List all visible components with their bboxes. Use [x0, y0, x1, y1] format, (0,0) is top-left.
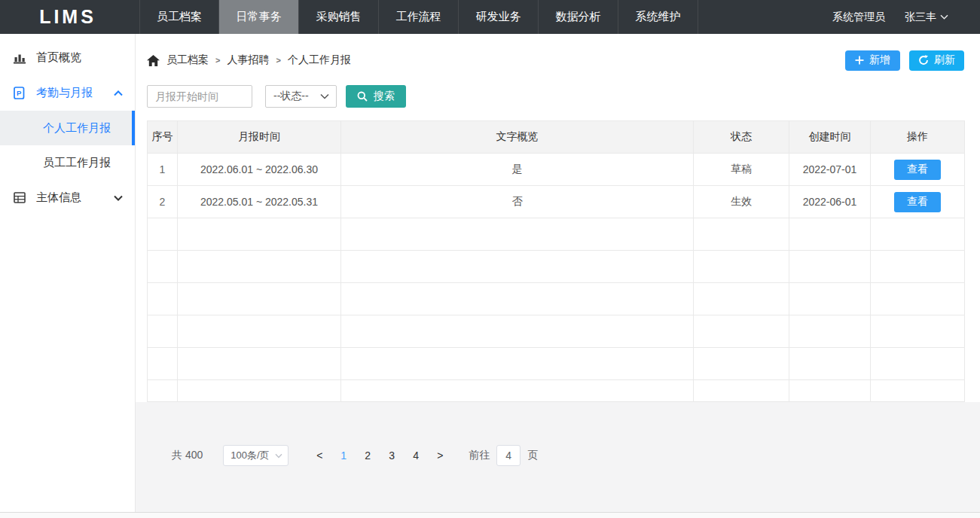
sidebar-item-main-info[interactable]: 主体信息: [0, 180, 135, 215]
table-row-empty: [148, 283, 965, 315]
breadcrumb-row: 员工档案 > 人事招聘 > 个人工作月报 新增 刷新: [147, 49, 964, 72]
sidebar: 首页概览 P 考勤与月报 个人工作月报 员工工作月报: [0, 34, 136, 512]
column-header-actions: 操作: [871, 121, 965, 154]
refresh-button-label: 刷新: [934, 53, 955, 67]
sidebar-item-label: 主体信息: [36, 190, 81, 205]
page-number-3[interactable]: 3: [380, 449, 404, 462]
monthly-report-table: 序号 月报时间 文字概览 状态 创建时间 操作 1 2022.06.01 ~ 2…: [147, 120, 965, 402]
app-window: LIMS 员工档案 日常事务 采购销售 工作流程 研发业务 数据分析 系统维护 …: [0, 0, 980, 518]
table-row-empty: [148, 380, 965, 402]
chevron-down-icon: [114, 195, 123, 201]
refresh-icon: [918, 55, 929, 66]
svg-text:P: P: [17, 89, 22, 97]
cell-status: 草稿: [694, 154, 789, 186]
chevron-down-icon: [320, 93, 329, 99]
nav-item-employee-files[interactable]: 员工档案: [139, 0, 219, 34]
column-header-created: 创建时间: [789, 121, 871, 154]
nav-item-purchase-sales[interactable]: 采购销售: [299, 0, 379, 34]
cell-period: 2022.05.01 ~ 2022.05.31: [178, 186, 341, 218]
table-row-empty: [148, 218, 965, 251]
table-row-empty: [148, 348, 965, 380]
nav-menu: 员工档案 日常事务 采购销售 工作流程 研发业务 数据分析 系统维护: [139, 0, 698, 34]
nav-item-daily-affairs[interactable]: 日常事务: [219, 0, 299, 34]
brand-logo: LIMS: [0, 0, 136, 34]
column-header-status: 状态: [694, 121, 789, 154]
chevron-up-icon: [114, 90, 123, 96]
sidebar-item-employee-monthly-report[interactable]: 员工工作月报: [0, 145, 135, 180]
breadcrumb-item[interactable]: 个人工作月报: [288, 53, 351, 67]
page-size-select[interactable]: 100条/页: [223, 445, 289, 466]
refresh-button[interactable]: 刷新: [909, 50, 964, 71]
goto-page-group: 前往 页: [469, 445, 538, 466]
sidebar-item-attendance-monthly[interactable]: P 考勤与月报: [0, 75, 135, 111]
user-name-label: 张三丰: [905, 11, 936, 24]
page-number-1[interactable]: 1: [331, 449, 356, 462]
cell-status: 生效: [694, 186, 789, 218]
cell-actions: 查看: [871, 154, 965, 186]
user-menu[interactable]: 张三丰: [905, 11, 948, 24]
home-icon: [147, 55, 160, 66]
sidebar-item-label: 首页概览: [36, 50, 81, 65]
status-select[interactable]: --状态--: [265, 85, 337, 108]
bar-chart-icon: [14, 52, 26, 64]
cell-overview: 是: [341, 154, 694, 186]
sidebar-item-label: 考勤与月报: [36, 86, 93, 100]
chevron-down-icon: [940, 14, 948, 20]
toolbar: 新增 刷新: [845, 50, 964, 71]
lower-area: 共 400 100条/页 < 1 2 3 4 > 前往 页: [136, 402, 980, 512]
next-page-button[interactable]: >: [428, 449, 452, 462]
nav-item-data-analysis[interactable]: 数据分析: [539, 0, 618, 34]
cell-seq: 1: [148, 154, 178, 186]
user-role-label: 系统管理员: [832, 11, 885, 24]
sidebar-item-personal-monthly-report[interactable]: 个人工作月报: [0, 111, 135, 145]
column-header-seq: 序号: [148, 121, 178, 154]
nav-item-workflow[interactable]: 工作流程: [379, 0, 459, 34]
breadcrumb-item[interactable]: 人事招聘: [227, 53, 269, 67]
top-nav: LIMS 员工档案 日常事务 采购销售 工作流程 研发业务 数据分析 系统维护 …: [0, 0, 980, 34]
pagination: 共 400 100条/页 < 1 2 3 4 > 前往 页: [172, 445, 980, 466]
column-header-period: 月报时间: [178, 121, 341, 154]
chevron-down-icon: [275, 453, 282, 459]
search-button-label: 搜索: [374, 90, 395, 103]
breadcrumb: 员工档案 > 人事招聘 > 个人工作月报: [147, 53, 351, 67]
cell-seq: 2: [148, 186, 178, 218]
table-header-row: 序号 月报时间 文字概览 状态 创建时间 操作: [148, 121, 965, 154]
sidebar-item-label: 员工工作月报: [43, 156, 111, 170]
content-wrapper: 首页概览 P 考勤与月报 个人工作月报 员工工作月报: [0, 34, 980, 512]
grid-icon: [14, 192, 26, 203]
page-unit-label: 页: [527, 449, 538, 462]
table-row: 1 2022.06.01 ~ 2022.06.30 是 草稿 2022-07-0…: [148, 154, 965, 186]
table-row-empty: [148, 251, 965, 283]
sidebar-item-label: 个人工作月报: [43, 121, 111, 136]
cell-period: 2022.06.01 ~ 2022.06.30: [178, 154, 341, 186]
nav-item-system-maintenance[interactable]: 系统维护: [618, 0, 698, 34]
total-count-label: 共 400: [172, 449, 203, 462]
plus-icon: [855, 56, 864, 65]
add-button-label: 新增: [869, 53, 890, 67]
main-panel: 员工档案 > 人事招聘 > 个人工作月报 新增 刷新: [136, 34, 980, 512]
prev-page-button[interactable]: <: [307, 449, 331, 462]
cell-created: 2022-07-01: [789, 154, 871, 186]
breadcrumb-separator: >: [215, 56, 220, 65]
search-button[interactable]: 搜索: [346, 85, 406, 108]
report-start-date-input[interactable]: [147, 85, 252, 108]
add-button[interactable]: 新增: [845, 50, 900, 71]
table-row-empty: [148, 315, 965, 348]
page-number-4[interactable]: 4: [404, 449, 428, 462]
cell-created: 2022-06-01: [789, 186, 871, 218]
view-button[interactable]: 查看: [894, 192, 941, 212]
nav-user-area: 系统管理员 张三丰: [832, 0, 980, 34]
nav-item-rd-business[interactable]: 研发业务: [459, 0, 539, 34]
bottom-scrollbar-strip: [0, 512, 980, 518]
cell-actions: 查看: [871, 186, 965, 218]
sidebar-item-home-overview[interactable]: 首页概览: [0, 40, 135, 75]
page-size-value: 100条/页: [230, 449, 269, 462]
search-filter-row: --状态-- 搜索: [147, 85, 964, 108]
page-number-2[interactable]: 2: [356, 449, 380, 462]
goto-page-input[interactable]: [496, 445, 521, 466]
table-row: 2 2022.05.01 ~ 2022.05.31 否 生效 2022-06-0…: [148, 186, 965, 218]
view-button[interactable]: 查看: [894, 160, 941, 180]
content-card: 员工档案 > 人事招聘 > 个人工作月报 新增 刷新: [136, 34, 980, 402]
breadcrumb-item[interactable]: 员工档案: [166, 53, 209, 67]
column-header-overview: 文字概览: [341, 121, 694, 154]
